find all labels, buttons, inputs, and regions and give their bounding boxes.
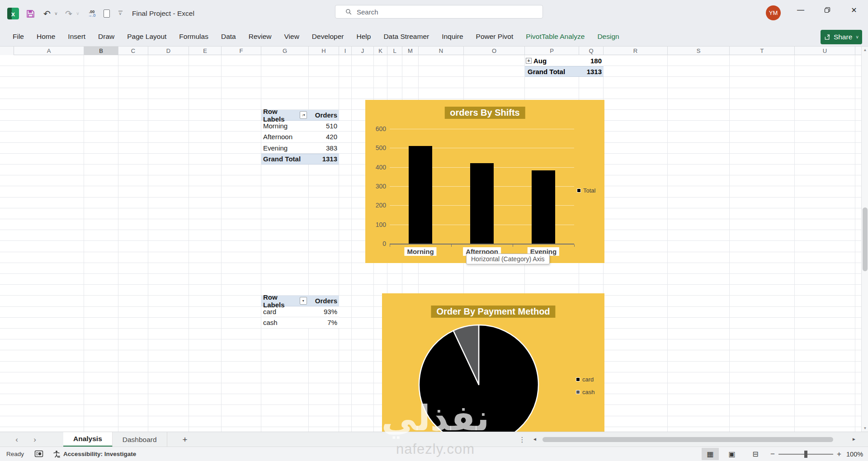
macro-record-icon[interactable] [34, 450, 43, 459]
redo-icon[interactable]: ↷ [62, 0, 75, 27]
normal-view-button[interactable]: ▦ [702, 448, 719, 460]
column-header-s[interactable]: S [668, 47, 730, 55]
accessibility-status[interactable]: Accessibility: Investigate [52, 447, 136, 461]
customize-quick-access-icon[interactable]: ˅ [115, 0, 126, 27]
column-header-i[interactable]: I [339, 47, 352, 55]
ribbon-tab-page-layout[interactable]: Page Layout [121, 27, 173, 46]
pivot-row-value[interactable]: 7% [309, 317, 339, 328]
column-header-a[interactable]: A [14, 47, 84, 55]
column-header-e[interactable]: E [189, 47, 222, 55]
hscroll-right-icon[interactable]: ► [852, 437, 856, 442]
tab-scrollbar-splitter[interactable]: ⋮ [518, 432, 526, 447]
pivot-row-value[interactable]: 383 [309, 143, 339, 154]
zoom-slider-thumb[interactable] [804, 451, 807, 458]
zoom-level[interactable]: 100% [846, 447, 863, 461]
pivot-row[interactable]: Afternoon420 [261, 132, 339, 142]
column-header-h[interactable]: H [309, 47, 339, 55]
ribbon-tab-insert[interactable]: Insert [61, 27, 92, 46]
ribbon-tab-view[interactable]: View [278, 27, 306, 46]
cell-aug[interactable]: + Aug [525, 55, 579, 66]
column-header-g[interactable]: G [261, 47, 309, 55]
select-all-corner[interactable] [0, 47, 14, 55]
bar-afternoon[interactable] [470, 163, 494, 244]
redo-dropdown-icon[interactable]: ˅ [74, 0, 80, 27]
pivot-row-value[interactable]: 420 [309, 132, 339, 142]
pivot-total-value[interactable]: 1313 [309, 154, 339, 165]
sort-filter-icon[interactable]: ↓▾ [300, 111, 307, 119]
pivot-row-label[interactable]: cash [261, 317, 309, 328]
horizontal-scrollbar[interactable] [542, 437, 848, 442]
restore-button[interactable] [817, 0, 838, 20]
minimize-button[interactable]: — [790, 0, 811, 20]
pie-chart[interactable] [382, 293, 604, 432]
pivot-row-label[interactable]: Evening [261, 143, 309, 154]
column-header-r[interactable]: R [604, 47, 668, 55]
worksheet-grid[interactable]: + Aug 180 Grand Total 1313 Row Labels↓▾O… [0, 55, 861, 432]
sheet-nav-left-icon[interactable]: ‹ [10, 432, 24, 447]
pivot-row-value[interactable]: 93% [309, 306, 339, 317]
column-header-p[interactable]: P [525, 47, 579, 55]
ribbon-tab-file[interactable]: File [6, 27, 30, 46]
page-layout-view-button[interactable]: ▣ [723, 448, 741, 460]
ribbon-tab-pivottable-analyze[interactable]: PivotTable Analyze [519, 27, 591, 46]
filter-icon[interactable]: ▾ [300, 297, 307, 305]
ribbon-tab-data-streamer[interactable]: Data Streamer [377, 27, 435, 46]
pivot-row[interactable]: Morning510 [261, 121, 339, 132]
pivot-table-payment[interactable]: Row Labels▾Orderscard93%cash7% [261, 296, 339, 329]
undo-icon[interactable]: ↶ [41, 0, 53, 27]
sheet-nav-right-icon[interactable]: › [28, 432, 42, 447]
column-header-n[interactable]: N [419, 47, 464, 55]
pivot-row-label[interactable]: Afternoon [261, 132, 309, 142]
column-header-q[interactable]: Q [579, 47, 604, 55]
increase-decimal-icon[interactable]: .00 →.0 [84, 0, 99, 27]
category-label-morning[interactable]: Morning [404, 247, 436, 256]
bar-evening[interactable] [532, 170, 555, 244]
column-header-u[interactable]: U [795, 47, 855, 55]
column-header-d[interactable]: D [148, 47, 189, 55]
ribbon-tab-data[interactable]: Data [215, 27, 242, 46]
ribbon-tab-draw[interactable]: Draw [92, 27, 121, 46]
pivot-row-label[interactable]: Morning [261, 121, 309, 132]
scroll-up-icon[interactable]: ▲ [862, 48, 868, 52]
pivot-total-label[interactable]: Grand Total [261, 154, 309, 165]
column-header-b[interactable]: B [84, 47, 118, 55]
column-header-j[interactable]: J [352, 47, 374, 55]
zoom-in-button[interactable]: + [834, 448, 844, 460]
save-icon[interactable] [24, 0, 37, 27]
column-header-f[interactable]: F [222, 47, 261, 55]
sheet-tab-dashboard[interactable]: Dashboard [113, 432, 167, 447]
column-header-k[interactable]: K [374, 47, 387, 55]
zoom-out-button[interactable]: − [768, 448, 778, 460]
ribbon-tab-home[interactable]: Home [30, 27, 61, 46]
close-button[interactable]: ✕ [844, 0, 864, 20]
column-header-t[interactable]: T [730, 47, 795, 55]
pivot-row[interactable]: Evening383 [261, 143, 339, 154]
scroll-down-icon[interactable]: ▼ [862, 426, 868, 430]
ribbon-tab-inquire[interactable]: Inquire [435, 27, 469, 46]
sheet-tab-analysis[interactable]: Analysis [63, 432, 113, 447]
undo-dropdown-icon[interactable]: ˅ [52, 0, 59, 27]
ribbon-tab-formulas[interactable]: Formulas [173, 27, 215, 46]
vertical-scrollbar[interactable]: ▲ ▼ [861, 47, 868, 432]
collapse-icon[interactable]: + [526, 58, 532, 64]
search-input[interactable]: Search [335, 5, 543, 19]
pivot-total-row[interactable]: Grand Total1313 [261, 154, 339, 165]
pivot-row-value[interactable]: 510 [309, 121, 339, 132]
pivot-table-shifts[interactable]: Row Labels↓▾OrdersMorning510Afternoon420… [261, 110, 339, 165]
share-button[interactable]: Share ˅ [821, 30, 862, 44]
bar-morning[interactable] [409, 146, 432, 244]
horizontal-scrollbar-thumb[interactable] [542, 437, 833, 442]
new-file-icon[interactable] [100, 0, 113, 27]
column-header-l[interactable]: L [387, 47, 402, 55]
pivot-row[interactable]: cash7% [261, 317, 339, 328]
ribbon-tab-review[interactable]: Review [242, 27, 278, 46]
chart-order-by-payment-method[interactable]: Order By Payment Methodcardcash [382, 293, 604, 432]
ribbon-tab-power-pivot[interactable]: Power Pivot [470, 27, 520, 46]
avatar[interactable]: YM [766, 5, 781, 20]
add-sheet-button[interactable]: + [179, 432, 191, 447]
pivot-row[interactable]: card93% [261, 306, 339, 317]
column-header-o[interactable]: O [464, 47, 525, 55]
hscroll-left-icon[interactable]: ◄ [533, 437, 537, 442]
cell-aug-value[interactable]: 180 [579, 55, 604, 66]
ribbon-tab-design[interactable]: Design [591, 27, 625, 46]
